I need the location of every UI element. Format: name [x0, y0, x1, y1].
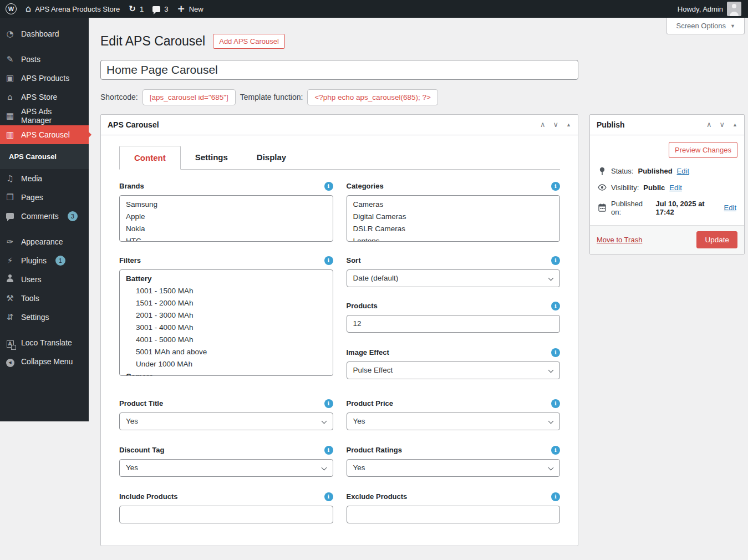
move-up-icon[interactable]: ∧ — [706, 120, 712, 129]
toggle-panel-icon[interactable]: ▲ — [566, 122, 571, 128]
listbox-option[interactable]: 1501 - 2000 MAh — [120, 297, 333, 309]
products-bag-icon: ▣ — [4, 73, 16, 83]
info-icon[interactable]: i — [324, 492, 333, 501]
categories-listbox[interactable]: Cameras Digital Cameras DSLR Cameras Lap… — [347, 195, 561, 242]
submenu-item-aps-carousel[interactable]: APS Carousel — [0, 148, 89, 165]
listbox-option[interactable]: Laptops — [347, 235, 560, 242]
tab-content[interactable]: Content — [119, 146, 181, 170]
preview-changes-button[interactable]: Preview Changes — [669, 142, 737, 158]
filters-listbox[interactable]: Battery 1001 - 1500 MAh 1501 - 2000 MAh … — [119, 269, 333, 376]
metabox-tabs: Content Settings Display — [119, 145, 560, 170]
product-ratings-select[interactable]: Yes — [347, 459, 561, 477]
settings-icon: ⇵ — [4, 312, 16, 322]
listbox-option[interactable]: 2001 - 3000 MAh — [120, 309, 333, 322]
sidebar-item-aps-ads-manager[interactable]: ▦ APS Ads Manager — [0, 106, 89, 125]
product-ratings-label: Product Ratings — [347, 446, 402, 454]
tab-settings[interactable]: Settings — [181, 146, 242, 170]
sidebar-item-settings[interactable]: ⇵ Settings — [0, 308, 89, 327]
listbox-option[interactable]: Cameras — [347, 198, 560, 211]
discount-tag-select[interactable]: Yes — [119, 459, 333, 477]
info-icon[interactable]: i — [324, 446, 333, 455]
account-menu[interactable]: Howdy, Admin — [678, 2, 741, 16]
listbox-option[interactable]: Under 1000 MAh — [120, 358, 333, 370]
sidebar-item-posts[interactable]: ✎ Posts — [0, 50, 89, 69]
product-title-label: Product Title — [119, 399, 163, 408]
info-icon[interactable]: i — [324, 256, 333, 265]
comments-link[interactable]: 3 — [152, 5, 168, 13]
move-to-trash-link[interactable]: Move to Trash — [597, 236, 642, 244]
info-icon[interactable]: i — [551, 348, 560, 357]
sidebar-item-appearance[interactable]: ✑ Appearance — [0, 232, 89, 251]
screen-options-label: Screen Options — [676, 22, 726, 30]
shortcode-label: Shortcode: — [100, 93, 138, 101]
info-icon[interactable]: i — [551, 492, 560, 501]
edit-status-link[interactable]: Edit — [677, 167, 689, 175]
edit-visibility-link[interactable]: Edit — [669, 184, 681, 192]
chevron-down-icon: ▼ — [730, 23, 735, 29]
discount-tag-selected-value: Yes — [126, 464, 138, 472]
tab-display[interactable]: Display — [242, 146, 301, 170]
listbox-option[interactable]: DSLR Cameras — [347, 223, 560, 235]
sidebar-item-aps-products[interactable]: ▣ APS Products — [0, 69, 89, 88]
carousel-title-input[interactable] — [100, 60, 578, 80]
info-icon[interactable]: i — [551, 399, 560, 408]
sidebar-item-loco-translate[interactable]: A Loco Translate — [0, 333, 89, 352]
brands-listbox[interactable]: Samsung Apple Nokia HTC — [119, 195, 333, 242]
sidebar-item-label: Users — [21, 275, 42, 284]
info-icon[interactable]: i — [551, 302, 560, 310]
comments-icon — [4, 211, 16, 221]
wordpress-logo-menu[interactable]: W — [6, 3, 17, 14]
sidebar-item-pages[interactable]: ❐ Pages — [0, 188, 89, 207]
publish-header: Publish ∧ ∨ ▲ — [590, 115, 744, 135]
listbox-option[interactable]: HTC — [120, 235, 333, 242]
new-content-link[interactable]: + New — [177, 4, 203, 14]
listbox-option[interactable]: Digital Cameras — [347, 211, 560, 223]
sidebar-item-media[interactable]: ♫ Media — [0, 169, 89, 188]
info-icon[interactable]: i — [324, 399, 333, 408]
sidebar-item-dashboard[interactable]: ◔ Dashboard — [0, 24, 89, 43]
plus-icon: + — [177, 4, 185, 14]
shortcode-value-box[interactable]: [aps_carousel id="685"] — [143, 89, 236, 105]
move-up-icon[interactable]: ∧ — [540, 120, 546, 129]
comments-badge: 3 — [68, 211, 78, 221]
sidebar-item-users[interactable]: Users — [0, 270, 89, 289]
sidebar-item-collapse-menu[interactable]: ◀ Collapse Menu — [0, 352, 89, 371]
product-title-select[interactable]: Yes — [119, 413, 333, 430]
update-button[interactable]: Update — [696, 231, 737, 248]
sort-select[interactable]: Date (default) — [347, 269, 561, 287]
sidebar-item-aps-carousel[interactable]: ▥ APS Carousel — [0, 125, 89, 144]
sidebar-item-label: Media — [21, 174, 42, 183]
toggle-panel-icon[interactable]: ▲ — [732, 122, 737, 128]
updates-link[interactable]: ↻ 1 — [129, 5, 144, 13]
info-icon[interactable]: i — [551, 446, 560, 455]
exclude-products-input[interactable] — [347, 506, 561, 523]
wordpress-logo-icon: W — [6, 3, 17, 14]
listbox-option[interactable]: 4001 - 5000 MAh — [120, 334, 333, 346]
sidebar-item-comments[interactable]: Comments 3 — [0, 207, 89, 226]
listbox-option[interactable]: 5001 MAh and above — [120, 346, 333, 358]
template-function-value-box[interactable]: <?php echo aps_carousel(685); ?> — [307, 89, 437, 105]
info-icon[interactable]: i — [551, 256, 560, 265]
listbox-option[interactable]: Apple — [120, 211, 333, 223]
include-products-input[interactable] — [119, 506, 333, 523]
add-aps-carousel-button[interactable]: Add APS Carousel — [213, 34, 285, 49]
product-price-select[interactable]: Yes — [347, 413, 561, 430]
edit-published-link[interactable]: Edit — [724, 203, 736, 212]
wordpress-admin-page: W ⌂ APS Arena Products Store ↻ 1 3 + New… — [0, 0, 748, 560]
sidebar-item-aps-store[interactable]: ⌂ APS Store — [0, 88, 89, 106]
chevron-down-icon — [548, 465, 554, 470]
move-down-icon[interactable]: ∨ — [553, 120, 559, 129]
image-effect-select[interactable]: Pulse Effect — [347, 362, 561, 379]
move-down-icon[interactable]: ∨ — [720, 120, 725, 129]
site-name-link[interactable]: ⌂ APS Arena Products Store — [26, 4, 120, 13]
screen-options-button[interactable]: Screen Options ▼ — [666, 18, 745, 34]
listbox-option[interactable]: 3001 - 4000 MAh — [120, 322, 333, 334]
sidebar-item-tools[interactable]: ⚒ Tools — [0, 289, 89, 308]
info-icon[interactable]: i — [551, 182, 560, 191]
listbox-option[interactable]: Samsung — [120, 198, 333, 211]
sidebar-item-plugins[interactable]: ⚡ Plugins 1 — [0, 251, 89, 270]
listbox-option[interactable]: 1001 - 1500 MAh — [120, 285, 333, 297]
products-count-input[interactable] — [347, 315, 561, 333]
info-icon[interactable]: i — [324, 182, 333, 191]
listbox-option[interactable]: Nokia — [120, 223, 333, 235]
